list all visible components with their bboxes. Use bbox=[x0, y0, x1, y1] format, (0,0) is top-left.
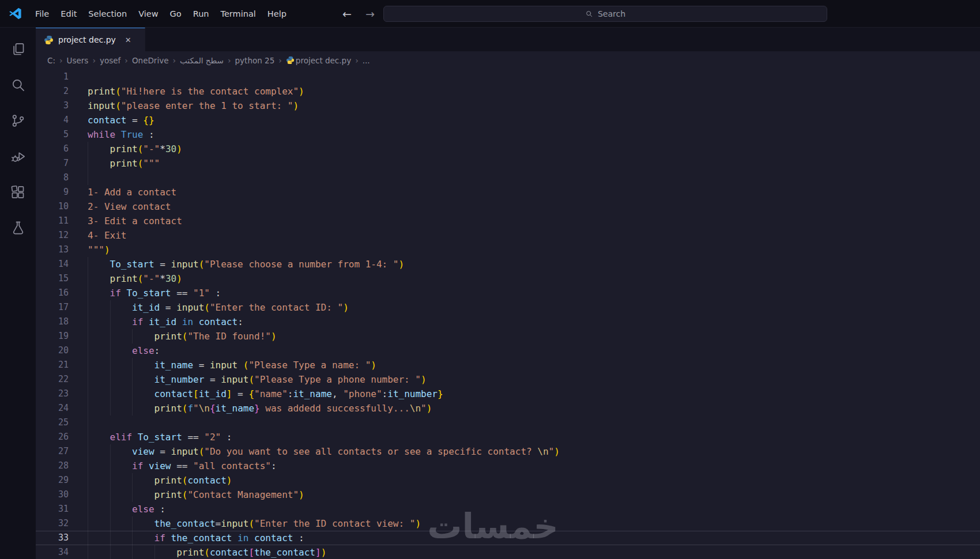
code-line[interactable]: 30 print("Contact Management") bbox=[36, 488, 980, 502]
line-number[interactable]: 33 bbox=[36, 531, 69, 545]
menu-file[interactable]: File bbox=[29, 6, 55, 22]
line-number[interactable]: 29 bbox=[36, 473, 69, 488]
line-number[interactable]: 13 bbox=[36, 243, 69, 257]
code-line[interactable]: 31 else : bbox=[36, 502, 980, 516]
extensions-icon[interactable] bbox=[0, 174, 36, 210]
code-line[interactable]: 18 if it_id in contact: bbox=[36, 315, 980, 329]
code-line[interactable]: 19 print("The ID found!") bbox=[36, 329, 980, 343]
breadcrumb-item[interactable]: Users bbox=[67, 56, 89, 65]
line-number[interactable]: 26 bbox=[36, 430, 69, 444]
line-number[interactable]: 15 bbox=[36, 271, 69, 286]
code-line[interactable]: 22 it_number = input("Please Type a phon… bbox=[36, 372, 980, 387]
code-line[interactable]: 102- View contact bbox=[36, 199, 980, 214]
line-number[interactable]: 22 bbox=[36, 372, 69, 387]
code-line[interactable]: 25 bbox=[36, 416, 980, 430]
code-line[interactable]: 124- Exit bbox=[36, 228, 980, 243]
code-line[interactable]: 113- Edit a contact bbox=[36, 214, 980, 228]
line-number[interactable]: 17 bbox=[36, 300, 69, 315]
testing-icon[interactable] bbox=[0, 210, 36, 245]
command-center-search[interactable]: Search bbox=[383, 6, 827, 22]
line-number[interactable]: 16 bbox=[36, 286, 69, 300]
breadcrumb-item[interactable]: project dec.py bbox=[286, 56, 351, 65]
code-line[interactable]: 91- Add a contact bbox=[36, 185, 980, 199]
tab-project-dec-py[interactable]: project dec.py ✕ bbox=[36, 28, 145, 51]
run-and-debug-icon[interactable] bbox=[0, 138, 36, 174]
code-line[interactable]: 13""") bbox=[36, 243, 980, 257]
code-line[interactable]: 26 elif To_start == "2" : bbox=[36, 430, 980, 444]
line-number[interactable]: 9 bbox=[36, 185, 69, 199]
code-line[interactable]: 33 if the_contact in contact : bbox=[36, 531, 980, 545]
line-number[interactable]: 20 bbox=[36, 343, 69, 358]
code-text: if it_id in contact: bbox=[88, 315, 243, 329]
code-line[interactable]: 17 it_id = input("Enter the contact ID: … bbox=[36, 300, 980, 315]
code-line[interactable]: 7 print(""" bbox=[36, 156, 980, 171]
code-line[interactable]: 14 To_start = input("Please choose a num… bbox=[36, 257, 980, 271]
menu-selection[interactable]: Selection bbox=[82, 6, 133, 22]
code-line[interactable]: 5while True : bbox=[36, 127, 980, 142]
search-sidebar-icon[interactable] bbox=[0, 67, 36, 103]
line-number[interactable]: 27 bbox=[36, 444, 69, 459]
code-editor[interactable]: 12print("Hi!here is the contact complex"… bbox=[36, 70, 980, 559]
menu-terminal[interactable]: Terminal bbox=[215, 6, 262, 22]
breadcrumb-item[interactable]: python 25 bbox=[235, 56, 275, 65]
breadcrumb-item[interactable]: OneDrive bbox=[132, 56, 168, 65]
forward-arrow-icon[interactable]: → bbox=[363, 7, 377, 20]
line-number[interactable]: 32 bbox=[36, 516, 69, 531]
explorer-icon[interactable] bbox=[0, 31, 36, 67]
line-number[interactable]: 8 bbox=[36, 171, 69, 185]
code-line[interactable]: 1 bbox=[36, 70, 980, 84]
code-line[interactable]: 16 if To_start == "1" : bbox=[36, 286, 980, 300]
breadcrumb-item[interactable]: ... bbox=[363, 56, 370, 65]
code-line[interactable]: 24 print(f"\n{it_name} was addedd succes… bbox=[36, 401, 980, 416]
breadcrumb-item[interactable]: سطح المكتب bbox=[180, 56, 224, 65]
code-line[interactable]: 28 if view == "all contacts": bbox=[36, 459, 980, 473]
chevron-right-icon: › bbox=[355, 56, 359, 65]
line-number[interactable]: 18 bbox=[36, 315, 69, 329]
line-number[interactable]: 2 bbox=[36, 84, 69, 99]
code-line[interactable]: 15 print("-"*30) bbox=[36, 271, 980, 286]
line-number[interactable]: 14 bbox=[36, 257, 69, 271]
line-number[interactable]: 30 bbox=[36, 488, 69, 502]
code-line[interactable]: 34 print(contact[the_contact]) bbox=[36, 545, 980, 559]
line-number[interactable]: 3 bbox=[36, 99, 69, 113]
source-control-icon[interactable] bbox=[0, 103, 36, 138]
breadcrumb-item[interactable]: C: bbox=[47, 56, 55, 65]
breadcrumb-item[interactable]: yosef bbox=[100, 56, 120, 65]
line-number[interactable]: 34 bbox=[36, 545, 69, 559]
search-placeholder: Search bbox=[598, 9, 625, 18]
code-line[interactable]: 6 print("-"*30) bbox=[36, 142, 980, 156]
close-icon[interactable]: ✕ bbox=[125, 36, 131, 44]
menu-edit[interactable]: Edit bbox=[55, 6, 82, 22]
code-line[interactable]: 4contact = {} bbox=[36, 113, 980, 127]
menu-go[interactable]: Go bbox=[164, 6, 187, 22]
code-line[interactable]: 32 the_contact=input("Enter the ID conta… bbox=[36, 516, 980, 531]
line-number[interactable]: 6 bbox=[36, 142, 69, 156]
code-line[interactable]: 3input("please enter the 1 to start: ") bbox=[36, 99, 980, 113]
code-line[interactable]: 21 it_name = input ("Please Type a name:… bbox=[36, 358, 980, 372]
line-number[interactable]: 31 bbox=[36, 502, 69, 516]
line-number[interactable]: 10 bbox=[36, 199, 69, 214]
line-number[interactable]: 5 bbox=[36, 127, 69, 142]
code-line[interactable]: 29 print(contact) bbox=[36, 473, 980, 488]
menu-help[interactable]: Help bbox=[262, 6, 292, 22]
menu-view[interactable]: View bbox=[133, 6, 164, 22]
code-line[interactable]: 23 contact[it_id] = {"name":it_name, "ph… bbox=[36, 387, 980, 401]
code-line[interactable]: 2print("Hi!here is the contact complex") bbox=[36, 84, 980, 99]
line-number[interactable]: 12 bbox=[36, 228, 69, 243]
back-arrow-icon[interactable]: ← bbox=[340, 7, 354, 20]
line-number[interactable]: 24 bbox=[36, 401, 69, 416]
python-file-icon bbox=[44, 35, 54, 45]
code-line[interactable]: 8 bbox=[36, 171, 980, 185]
line-number[interactable]: 7 bbox=[36, 156, 69, 171]
line-number[interactable]: 19 bbox=[36, 329, 69, 343]
line-number[interactable]: 23 bbox=[36, 387, 69, 401]
line-number[interactable]: 28 bbox=[36, 459, 69, 473]
line-number[interactable]: 11 bbox=[36, 214, 69, 228]
line-number[interactable]: 1 bbox=[36, 70, 69, 84]
line-number[interactable]: 25 bbox=[36, 416, 69, 430]
code-line[interactable]: 20 else: bbox=[36, 343, 980, 358]
code-line[interactable]: 27 view = input("Do you want to see all … bbox=[36, 444, 980, 459]
menu-run[interactable]: Run bbox=[187, 6, 215, 22]
line-number[interactable]: 21 bbox=[36, 358, 69, 372]
line-number[interactable]: 4 bbox=[36, 113, 69, 127]
